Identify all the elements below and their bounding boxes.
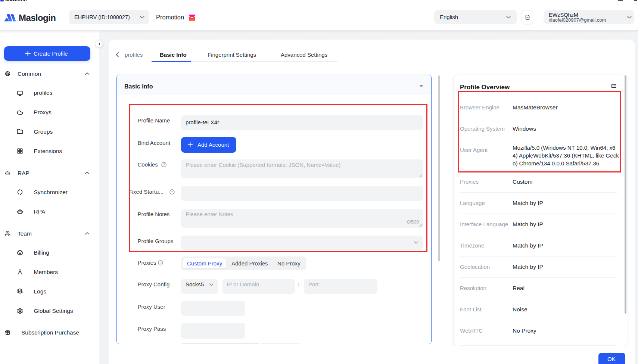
svg-text:?: ?	[160, 261, 162, 264]
